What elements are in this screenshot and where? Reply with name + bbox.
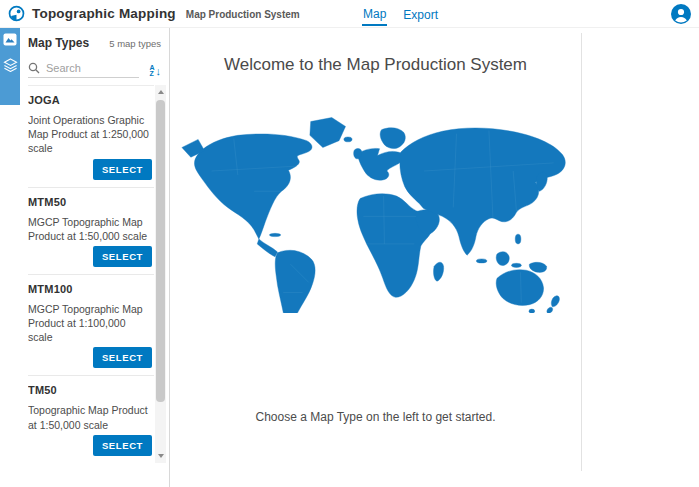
- instruction-text: Choose a Map Type on the left to get sta…: [170, 410, 581, 424]
- map-type-name: JOGA: [28, 94, 152, 106]
- app-title: Topographic Mapping: [32, 6, 176, 21]
- nav-tab-export[interactable]: Export: [402, 3, 439, 25]
- app-header: Topographic Mapping Map Production Syste…: [0, 0, 699, 28]
- app-logo-globe-icon: [8, 5, 25, 22]
- sort-az-icon[interactable]: AZ ↓: [149, 65, 161, 77]
- tool-rail-block: [0, 28, 20, 105]
- select-button-tm50[interactable]: SELECT: [93, 435, 152, 456]
- map-type-name: MTM100: [28, 283, 152, 295]
- map-types-sidebar: Map Types 5 map types AZ ↓: [0, 28, 170, 487]
- map-type-description: Joint Operations Graphic Map Product at …: [28, 113, 152, 156]
- main-panel: Welcome to the Map Production System: [170, 28, 699, 487]
- world-map-graphic: [173, 110, 578, 313]
- search-input[interactable]: [46, 62, 126, 74]
- tool-rail: [0, 28, 20, 487]
- list-scrollbar[interactable]: [155, 85, 166, 463]
- map-type-name: MTM50: [28, 196, 152, 208]
- select-button-mtm50[interactable]: SELECT: [93, 246, 152, 267]
- top-nav: Map Export: [362, 0, 439, 28]
- list-item-joga: JOGA Joint Operations Graphic Map Produc…: [28, 86, 154, 188]
- list-item-tm50: TM50 Topographic Map Product at 1:50,000…: [28, 376, 154, 463]
- select-button-mtm100[interactable]: SELECT: [93, 347, 152, 368]
- welcome-heading: Welcome to the Map Production System: [170, 55, 581, 75]
- list-item-mtm100: MTM100 MGCP Topographic Map Product at 1…: [28, 275, 154, 377]
- scroll-up-icon[interactable]: [155, 85, 166, 99]
- scrollbar-thumb[interactable]: [156, 100, 165, 402]
- map-type-description: Topographic Map Product at 1:50,000 scal…: [28, 403, 152, 431]
- panel-title: Map Types: [28, 36, 89, 50]
- search-box: [28, 62, 139, 78]
- content-row: Map Types 5 map types AZ ↓: [0, 28, 699, 487]
- panel-divider: [581, 33, 582, 471]
- app-window: Topographic Mapping Map Production Syste…: [0, 0, 699, 487]
- map-preview-icon[interactable]: [3, 33, 17, 46]
- search-row: AZ ↓: [28, 62, 169, 78]
- map-type-description: MGCP Topographic Map Product at 1:50,000…: [28, 215, 152, 243]
- nav-tab-map[interactable]: Map: [362, 2, 387, 26]
- map-type-list: JOGA Joint Operations Graphic Map Produc…: [28, 85, 154, 463]
- search-icon: [28, 62, 40, 74]
- select-button-joga[interactable]: SELECT: [93, 159, 152, 180]
- app-subtitle: Map Production System: [186, 9, 300, 20]
- sidebar-header: Map Types 5 map types: [28, 36, 169, 50]
- scroll-down-icon[interactable]: [155, 449, 166, 463]
- sidebar-panel: Map Types 5 map types AZ ↓: [20, 28, 169, 487]
- list-item-mtm50: MTM50 MGCP Topographic Map Product at 1:…: [28, 188, 154, 275]
- user-avatar-icon[interactable]: [671, 4, 691, 24]
- map-type-count: 5 map types: [109, 38, 161, 49]
- map-type-description: MGCP Topographic Map Product at 1:100,00…: [28, 302, 152, 345]
- map-type-name: TM50: [28, 384, 152, 396]
- layers-icon[interactable]: [3, 58, 18, 72]
